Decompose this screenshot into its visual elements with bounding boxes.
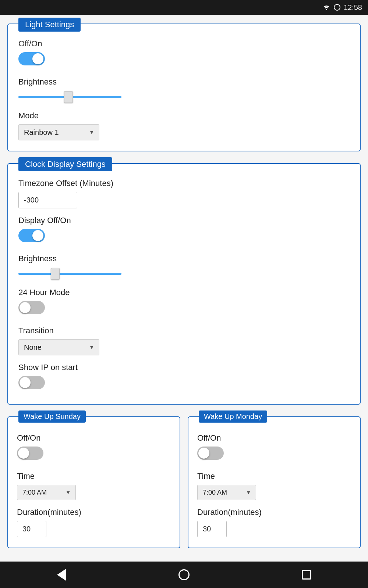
clock-slider-track — [18, 273, 121, 275]
light-toggle-knob — [32, 53, 43, 64]
display-offon-toggle[interactable] — [18, 229, 45, 242]
sunday-time-select[interactable]: 6:00 AM 6:30 AM 7:00 AM 7:30 AM 8:00 AM — [17, 485, 76, 500]
light-toggle-track — [18, 52, 45, 65]
light-mode-select-wrapper[interactable]: Rainbow 1 Rainbow 2 Solid Pulse Wave — [18, 124, 99, 140]
nav-recent-button[interactable] — [296, 564, 318, 586]
show-ip-knob — [20, 377, 31, 388]
monday-duration-label: Duration(minutes) — [197, 508, 351, 517]
sunday-duration-input[interactable] — [17, 521, 46, 537]
monday-time-wrapper[interactable]: 6:00 AM 6:30 AM 7:00 AM 7:30 AM 8:00 AM — [197, 485, 256, 500]
clock-settings-card: Clock Display Settings Timezone Offset (… — [7, 163, 361, 405]
transition-label: Transition — [18, 326, 350, 336]
recent-icon — [302, 570, 311, 580]
wake-monday-card: Wake Up Monday Off/On Time 6:00 AM 6:30 … — [188, 416, 361, 548]
nav-home-button[interactable] — [173, 564, 195, 586]
light-slider-thumb[interactable] — [64, 91, 73, 103]
clock-brightness-slider[interactable] — [18, 267, 121, 280]
status-icons: 12:58 — [322, 3, 362, 12]
sunday-toggle-knob — [18, 448, 29, 459]
light-mode-select[interactable]: Rainbow 1 Rainbow 2 Solid Pulse Wave — [18, 124, 99, 140]
wake-sunday-card: Wake Up Sunday Off/On Time 6:00 AM 6:30 … — [7, 416, 180, 548]
sunday-offon-toggle[interactable] — [17, 447, 43, 460]
monday-time-label: Time — [197, 472, 351, 481]
transition-select-wrapper[interactable]: None Fade Slide Blink — [18, 339, 99, 355]
home-icon — [178, 569, 190, 580]
sunday-offon-label: Off/On — [17, 433, 171, 443]
svg-point-0 — [334, 4, 340, 10]
nav-back-button[interactable] — [50, 564, 72, 586]
light-settings-card: Light Settings Off/On Brightness Mode Ra… — [7, 24, 361, 151]
monday-time-select[interactable]: 6:00 AM 6:30 AM 7:00 AM 7:30 AM 8:00 AM — [197, 485, 256, 500]
light-brightness-label: Brightness — [18, 77, 350, 87]
sunday-time-label: Time — [17, 472, 171, 481]
back-icon — [57, 569, 66, 581]
monday-offon-toggle[interactable] — [197, 447, 224, 460]
show-ip-label: Show IP on start — [18, 363, 350, 372]
hour-toggle-knob — [20, 302, 31, 313]
show-ip-track — [18, 376, 45, 389]
status-bar: 12:58 — [0, 0, 368, 15]
light-brightness-slider[interactable] — [18, 90, 121, 104]
nav-bar — [0, 562, 368, 588]
monday-offon-label: Off/On — [197, 433, 351, 443]
light-mode-label: Mode — [18, 111, 350, 121]
monday-toggle-knob — [198, 448, 209, 459]
battery-icon — [333, 4, 341, 11]
wifi-icon — [322, 4, 330, 10]
display-offon-label: Display Off/On — [18, 216, 350, 225]
light-offon-label: Off/On — [18, 39, 350, 49]
timezone-label: Timezone Offset (Minutes) — [18, 179, 350, 188]
sunday-toggle-track — [17, 447, 43, 460]
transition-select[interactable]: None Fade Slide Blink — [18, 339, 99, 355]
display-toggle-track — [18, 229, 45, 242]
hour-toggle-track — [18, 301, 45, 314]
light-offon-toggle[interactable] — [18, 52, 45, 65]
wake-sunday-title: Wake Up Sunday — [18, 410, 86, 423]
clock-brightness-label: Brightness — [18, 254, 350, 263]
sunday-time-wrapper[interactable]: 6:00 AM 6:30 AM 7:00 AM 7:30 AM 8:00 AM — [17, 485, 76, 500]
monday-toggle-track — [197, 447, 224, 460]
sunday-duration-label: Duration(minutes) — [17, 508, 171, 517]
light-settings-title: Light Settings — [18, 18, 81, 32]
wake-monday-title: Wake Up Monday — [199, 410, 267, 423]
clock-settings-title: Clock Display Settings — [18, 157, 112, 171]
display-toggle-knob — [32, 230, 43, 241]
hour-mode-label: 24 Hour Mode — [18, 288, 350, 297]
status-time: 12:58 — [344, 3, 362, 12]
clock-slider-thumb[interactable] — [51, 268, 60, 280]
show-ip-toggle[interactable] — [18, 376, 45, 389]
timezone-input[interactable] — [18, 192, 77, 208]
hour-mode-toggle[interactable] — [18, 301, 45, 314]
wake-row: Wake Up Sunday Off/On Time 6:00 AM 6:30 … — [7, 416, 361, 548]
monday-duration-input[interactable] — [197, 521, 227, 537]
main-content: Light Settings Off/On Brightness Mode Ra… — [0, 15, 368, 562]
